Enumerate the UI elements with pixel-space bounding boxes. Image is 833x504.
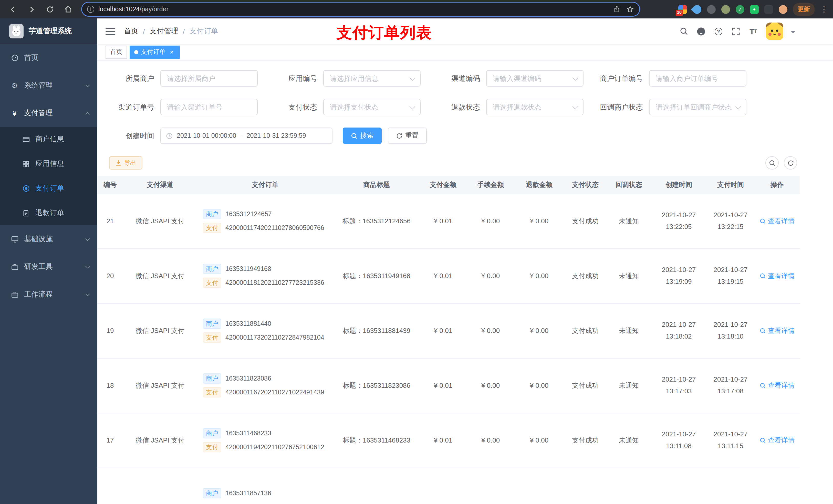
filter-input[interactable]: [161, 99, 257, 115]
extension-icon[interactable]: [764, 5, 773, 14]
sidebar-item-payment[interactable]: ¥ 支付管理: [0, 99, 97, 127]
extension-chat-icon[interactable]: ●: [750, 5, 759, 14]
cell-notify-status: 未通知: [607, 358, 651, 413]
sidebar-item-pay-order[interactable]: 支付订单: [0, 176, 97, 201]
cell-pay-amount: ¥ 0.01: [420, 413, 466, 467]
view-detail-link[interactable]: 查看详情: [760, 271, 794, 281]
pay-clock: 13:18:10: [709, 331, 753, 342]
table-row[interactable]: 21 微信 JSAPI 支付 商户 1635312124657 支付: [97, 194, 800, 248]
briefcase-icon: [10, 291, 19, 298]
extension-check-icon[interactable]: ✓: [736, 5, 744, 14]
filter-field[interactable]: [323, 70, 421, 87]
address-bar[interactable]: i localhost:1024/pay/order: [82, 3, 639, 16]
toggle-search-icon[interactable]: [765, 156, 779, 170]
date-range-picker[interactable]: 2021-10-01 00:00:00 - 2021-10-31 23:59:5…: [160, 127, 332, 144]
export-button[interactable]: 导出: [109, 156, 142, 170]
sidebar-item-merchant-info[interactable]: 商户信息: [0, 127, 97, 152]
view-detail-link[interactable]: 查看详情: [760, 381, 794, 390]
table-row[interactable]: 17 微信 JSAPI 支付 商户 1635311468233 支付: [97, 413, 800, 467]
tab-home[interactable]: 首页: [105, 45, 127, 58]
merchant-order-line: 商户 1635311857136: [199, 488, 331, 498]
sidebar-item-refund-order[interactable]: 退款订单: [0, 201, 97, 225]
sidebar-item-infrastructure[interactable]: 基础设施: [0, 225, 97, 253]
orders-table: 编号支付渠道支付订单商品标题支付金额手续金额退款金额支付状态回调状态创建时间支付…: [97, 176, 833, 504]
avatar-caret-icon[interactable]: [791, 31, 795, 35]
sidebar-item-label: 工作流程: [24, 290, 81, 299]
filter-input[interactable]: [161, 71, 257, 86]
search-button[interactable]: 搜索: [343, 127, 382, 144]
merchant-order-line: 商户 1635312124657: [199, 209, 331, 219]
table-row[interactable]: 19 微信 JSAPI 支付 商户 1635311881440 支付: [97, 303, 800, 358]
site-info-icon[interactable]: i: [87, 6, 94, 13]
cell-created-time: 2021-10-27 13:18:02: [651, 303, 707, 358]
filter-input[interactable]: [487, 99, 583, 115]
hamburger-icon[interactable]: [105, 28, 115, 34]
channel-order-no: 4200001174202110278060590766: [225, 224, 324, 232]
filter-input[interactable]: [649, 99, 746, 115]
date-end[interactable]: 2021-10-31 23:59:59: [247, 132, 306, 139]
user-avatar[interactable]: [766, 23, 783, 40]
filter-field[interactable]: [323, 99, 421, 115]
extension-icon[interactable]: [721, 5, 730, 14]
filter-input[interactable]: [324, 99, 420, 115]
cell-pay-amount: ¥ 0.01: [420, 248, 466, 303]
chrome-update-button[interactable]: 更新: [793, 3, 814, 16]
merchant-order-no: 1635311857136: [225, 490, 271, 497]
filter-field[interactable]: [160, 99, 258, 115]
created-clock: 13:17:03: [652, 385, 706, 397]
font-size-icon[interactable]: TT: [748, 26, 758, 36]
github-icon[interactable]: [696, 26, 706, 36]
cell-pay-amount: ¥ 0.01: [420, 194, 466, 248]
back-icon[interactable]: [8, 5, 18, 14]
extension-icon[interactable]: [707, 5, 716, 14]
refresh-table-icon[interactable]: [784, 156, 797, 170]
filter-item: 商户订单编号: [598, 70, 753, 87]
home-icon[interactable]: [64, 5, 73, 14]
share-icon[interactable]: [613, 5, 621, 13]
cell-product-title: 标题：1635311468233: [333, 413, 420, 467]
view-detail-link[interactable]: 查看详情: [760, 216, 794, 225]
table-row[interactable]: 商户 1635311857136: [97, 467, 800, 504]
fullscreen-icon[interactable]: [731, 26, 741, 36]
filter-input[interactable]: [487, 71, 583, 86]
tab-close-icon[interactable]: [168, 48, 175, 55]
chevron-up-icon: [86, 112, 90, 116]
table-row[interactable]: 18 微信 JSAPI 支付 商户 1635311823086 支付: [97, 358, 800, 413]
cell-actions: 查看详情: [754, 413, 800, 467]
filter-form: 所属商户 应用编号 渠道编码: [97, 70, 779, 156]
tab-pay-order[interactable]: 支付订单: [129, 45, 180, 58]
merchant-order-no: 1635311881440: [225, 320, 271, 327]
sidebar-item-system[interactable]: ⚙ 系统管理: [0, 72, 97, 99]
filter-field[interactable]: [649, 99, 746, 115]
sidebar-item-dev-tools[interactable]: 研发工具: [0, 253, 97, 281]
sidebar-item-workflow[interactable]: 工作流程: [0, 281, 97, 308]
cell-notify-status: [607, 467, 651, 504]
filter-input[interactable]: [649, 71, 746, 86]
browser-menu-icon[interactable]: ⋮: [820, 5, 828, 14]
filter-field[interactable]: [160, 70, 258, 87]
table-row[interactable]: 20 微信 JSAPI 支付 商户 1635311949168 支付: [97, 248, 800, 303]
cell-id: [97, 467, 123, 504]
forward-icon[interactable]: [27, 5, 36, 14]
extension-icon[interactable]: 10: [678, 5, 687, 14]
reset-button[interactable]: 重置: [388, 127, 427, 144]
browser-profile-avatar[interactable]: [779, 5, 787, 14]
reload-icon[interactable]: [45, 5, 54, 14]
help-icon[interactable]: ?: [714, 26, 723, 36]
bookmark-star-icon[interactable]: [626, 5, 634, 13]
extension-drop-icon[interactable]: [691, 3, 703, 15]
breadcrumb-home[interactable]: 首页: [124, 27, 138, 36]
sidebar-item-app-info[interactable]: 应用信息: [0, 152, 97, 176]
date-start[interactable]: 2021-10-01 00:00:00: [177, 132, 236, 139]
breadcrumb-pay-management[interactable]: 支付管理: [149, 27, 178, 36]
filter-input[interactable]: [324, 71, 420, 86]
filter-field[interactable]: [486, 70, 584, 87]
cell-refund-amount: ¥ 0.00: [515, 413, 564, 467]
active-tab-dot: [134, 50, 138, 54]
view-detail-link[interactable]: 查看详情: [760, 436, 794, 445]
sidebar-item-home[interactable]: 首页: [0, 44, 97, 72]
filter-field[interactable]: [649, 70, 746, 87]
search-icon[interactable]: [679, 26, 689, 36]
view-detail-link[interactable]: 查看详情: [760, 326, 794, 335]
filter-field[interactable]: [486, 99, 584, 115]
